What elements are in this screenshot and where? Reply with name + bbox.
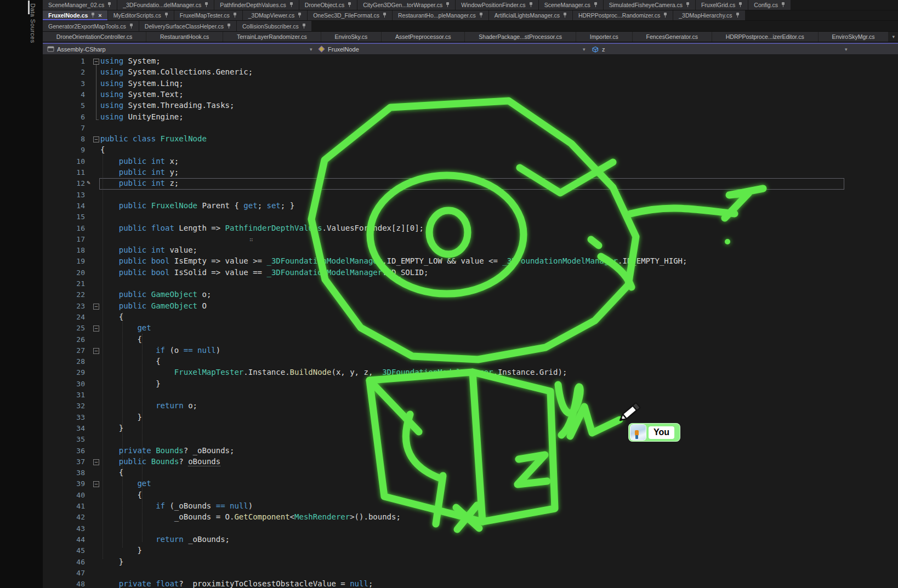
code-line[interactable]: 18 public int value; xyxy=(43,245,898,256)
document-tab[interactable]: FencesGenerator.cs xyxy=(633,32,712,42)
code-line[interactable]: 36 private Bounds? _oBounds; xyxy=(43,446,898,456)
document-tab[interactable]: ArtificialLightsManager.cs xyxy=(489,10,572,20)
code-line[interactable]: 4using System.Text; xyxy=(43,89,898,100)
fold-collapse-icon[interactable]: – xyxy=(93,59,99,65)
code-line[interactable]: 48 private float? _proximityToClosestObs… xyxy=(43,579,898,588)
document-tab[interactable]: RestaurantHook.cs xyxy=(146,32,223,42)
pin-icon[interactable] xyxy=(164,13,168,18)
document-tab[interactable]: HDRPPostproce...izerEditor.cs xyxy=(712,32,818,42)
document-tab[interactable]: DroneObject.cs xyxy=(299,0,357,10)
document-tab[interactable]: EnviroSkyMgr.cs xyxy=(819,32,889,42)
code-line[interactable]: 25– get xyxy=(43,323,898,334)
code-line[interactable]: 38 { xyxy=(43,467,898,478)
pin-icon[interactable] xyxy=(302,24,306,29)
pin-icon[interactable] xyxy=(298,13,302,18)
code-line[interactable]: 14 public FruxelNode Parent { get; set; … xyxy=(43,201,898,212)
document-tab[interactable]: SceneManager_02.cs xyxy=(43,0,117,10)
code-line[interactable]: 27– if (o == null) xyxy=(43,345,898,356)
code-line[interactable]: 5using System.Threading.Tasks; xyxy=(43,100,898,111)
pin-icon[interactable] xyxy=(781,2,785,8)
document-tab[interactable]: FruxelMapTester.cs xyxy=(174,10,242,20)
document-tab[interactable]: _3DMapViewer.cs xyxy=(243,10,307,20)
code-line[interactable]: 8–public class FruxelNode xyxy=(43,134,898,145)
code-line[interactable]: 46 } xyxy=(43,557,898,568)
document-tab[interactable]: Importer.cs xyxy=(576,32,632,42)
document-tab[interactable]: FruxelGrid.cs xyxy=(696,0,748,10)
document-tab[interactable]: FruxelNode.cs× xyxy=(43,10,107,20)
code-line[interactable]: 2using System.Collections.Generic; xyxy=(43,67,898,78)
code-line[interactable]: 26 { xyxy=(43,334,898,345)
breadcrumb-project[interactable]: Assembly-CSharp xyxy=(57,46,106,53)
document-tab[interactable]: CollisionSubscriber.cs xyxy=(237,21,311,31)
chevron-down-icon[interactable]: ▾ xyxy=(845,44,848,54)
document-tab[interactable]: TerrainLayerRandomizer.cs xyxy=(223,32,321,42)
document-tab[interactable]: OneSec3D_FileFormat.cs xyxy=(308,10,392,20)
code-line[interactable]: 15 xyxy=(43,212,898,222)
code-line[interactable]: 35 xyxy=(43,434,898,445)
code-line[interactable]: 6using UnityEngine; xyxy=(43,112,898,123)
code-line[interactable]: 40 { xyxy=(43,490,898,501)
code-line[interactable]: 47 xyxy=(43,568,898,579)
document-tab[interactable]: EnviroSky.cs xyxy=(321,32,382,42)
document-tab[interactable]: SceneManager.cs xyxy=(539,0,603,10)
fold-collapse-icon[interactable]: – xyxy=(93,348,99,354)
pin-icon[interactable] xyxy=(663,13,667,18)
code-line[interactable]: 21 xyxy=(43,278,898,289)
breadcrumb-member[interactable]: z xyxy=(602,46,605,53)
document-tab[interactable]: PathfinderDepthValues.cs xyxy=(214,0,299,10)
document-tab[interactable]: _3DMapHierarchy.cs xyxy=(673,10,744,20)
fold-collapse-icon[interactable]: – xyxy=(93,459,99,465)
document-tab[interactable]: _3DFoundatio...delManager.cs xyxy=(117,0,214,10)
pin-icon[interactable] xyxy=(289,2,293,8)
pin-icon[interactable] xyxy=(383,13,387,18)
pin-icon[interactable] xyxy=(736,13,740,18)
code-line[interactable]: 1–using System; xyxy=(43,56,898,67)
code-line[interactable]: 32 return o; xyxy=(43,401,898,412)
pin-icon[interactable] xyxy=(563,13,567,18)
code-line[interactable]: 31 xyxy=(43,390,898,401)
code-line[interactable]: 17∷ xyxy=(43,234,898,245)
code-line[interactable]: 16 public float Length => PathfinderDept… xyxy=(43,223,898,234)
code-line[interactable]: 43 xyxy=(43,523,898,534)
pin-icon[interactable] xyxy=(91,13,95,18)
code-line[interactable]: 24 { xyxy=(43,312,898,323)
chevron-down-icon[interactable]: ▾ xyxy=(583,44,586,54)
document-tab[interactable]: Generator2ExportMapTools.cs xyxy=(43,21,139,31)
code-line[interactable]: 41 if (_oBounds == null) xyxy=(43,501,898,512)
close-icon[interactable]: × xyxy=(98,13,101,18)
pin-icon[interactable] xyxy=(594,2,598,8)
pin-icon[interactable] xyxy=(107,2,111,8)
document-tab[interactable]: AssetPreprocessor.cs xyxy=(382,32,464,42)
code-line[interactable]: 37– public Bounds? oBounds xyxy=(43,456,898,467)
document-tab[interactable]: DeliverySurfaceClassHelper.cs xyxy=(139,21,236,31)
fold-collapse-icon[interactable]: – xyxy=(93,304,99,310)
code-line[interactable]: 29 FruxelMapTester.Instance.BuildNode(x,… xyxy=(43,367,898,378)
document-tab[interactable]: Config.cs xyxy=(748,0,791,10)
code-line[interactable]: 13 xyxy=(43,190,898,201)
fold-collapse-icon[interactable]: – xyxy=(93,481,99,487)
code-line[interactable]: 9{ xyxy=(43,145,898,156)
chevron-down-icon[interactable]: ▾ xyxy=(310,44,312,54)
code-line[interactable]: 22 public GameObject o; xyxy=(43,289,898,300)
code-line[interactable]: 11 public int y; xyxy=(43,167,898,178)
pin-icon[interactable] xyxy=(129,24,133,29)
pin-icon[interactable] xyxy=(233,13,237,18)
data-sources-panel-tab[interactable]: Data Sources xyxy=(30,3,36,43)
code-line[interactable]: 30 } xyxy=(43,379,898,390)
document-tab[interactable]: SimulatedFisheyeCamera.cs xyxy=(604,0,695,10)
code-line[interactable]: 45 } xyxy=(43,545,898,556)
pin-icon[interactable] xyxy=(738,2,742,8)
document-tab[interactable]: ShaderPackage...stProcessor.cs xyxy=(465,32,575,42)
document-tab[interactable]: MyEditorScripts.cs xyxy=(108,10,174,20)
tab-overflow-icon[interactable]: ▾ xyxy=(889,32,898,42)
code-line[interactable]: 10 public int x; xyxy=(43,156,898,167)
pin-icon[interactable] xyxy=(204,2,208,8)
code-line[interactable]: 44 return _oBounds; xyxy=(43,534,898,545)
pin-icon[interactable] xyxy=(227,24,231,29)
code-line[interactable]: 7 xyxy=(43,123,898,134)
code-line[interactable]: 34 } xyxy=(43,423,898,434)
pin-icon[interactable] xyxy=(446,2,450,8)
fold-collapse-icon[interactable]: – xyxy=(93,136,99,142)
pin-icon[interactable] xyxy=(348,2,351,8)
code-line[interactable]: 39– get xyxy=(43,478,898,489)
